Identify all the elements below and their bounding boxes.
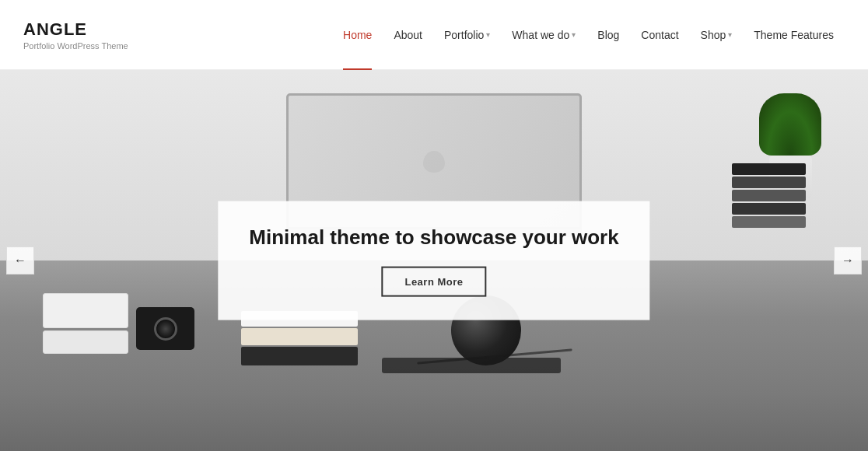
nav-item-shop[interactable]: Shop ▾: [690, 0, 744, 70]
book-3: [732, 190, 806, 201]
apple-logo-icon: [423, 151, 445, 173]
nav-item-contact[interactable]: Contact: [630, 0, 689, 70]
apple-boxes: [43, 293, 128, 354]
books-stack: [732, 163, 806, 228]
arrow-left-icon: ←: [14, 253, 26, 267]
book-5: [732, 216, 806, 228]
black-book: [241, 347, 358, 365]
chevron-down-icon: ▾: [486, 30, 490, 39]
slide-overlay: Minimal theme to showcase your work Lear…: [218, 201, 649, 320]
book-1: [732, 163, 806, 175]
box-2: [43, 330, 128, 354]
nav-item-blog[interactable]: Blog: [586, 0, 630, 70]
main-nav: Home About Portfolio ▾ What we do ▾ Blog…: [332, 0, 845, 70]
chevron-down-icon: ▾: [728, 30, 732, 39]
slide-prev-button[interactable]: ←: [6, 246, 34, 274]
book-4: [732, 203, 806, 215]
nav-item-portfolio[interactable]: Portfolio ▾: [433, 0, 501, 70]
brand: ANGLE Portfolio WordPress Theme: [23, 19, 163, 51]
nav-item-about[interactable]: About: [383, 0, 433, 70]
nav-item-theme-features[interactable]: Theme Features: [743, 0, 845, 70]
nav-item-what-we-do[interactable]: What we do ▾: [501, 0, 586, 70]
brand-tagline: Portfolio WordPress Theme: [23, 41, 163, 51]
slide-title: Minimal theme to showcase your work: [249, 225, 618, 251]
tan-book: [241, 328, 358, 345]
slide-next-button[interactable]: →: [834, 246, 862, 274]
arrow-right-icon: →: [842, 253, 854, 267]
chevron-down-icon: ▾: [572, 30, 576, 39]
learn-more-button[interactable]: Learn More: [381, 266, 486, 296]
hero-section: Minimal theme to showcase your work Lear…: [0, 70, 868, 451]
header: ANGLE Portfolio WordPress Theme Home Abo…: [0, 0, 868, 70]
plant-leaves: [759, 93, 821, 156]
brand-name: ANGLE: [23, 19, 163, 40]
camera: [136, 307, 194, 350]
desk-mat: [382, 358, 561, 373]
box-1: [43, 293, 128, 328]
book-2: [732, 177, 806, 188]
nav-item-home[interactable]: Home: [332, 0, 383, 70]
camera-lens: [154, 317, 177, 341]
